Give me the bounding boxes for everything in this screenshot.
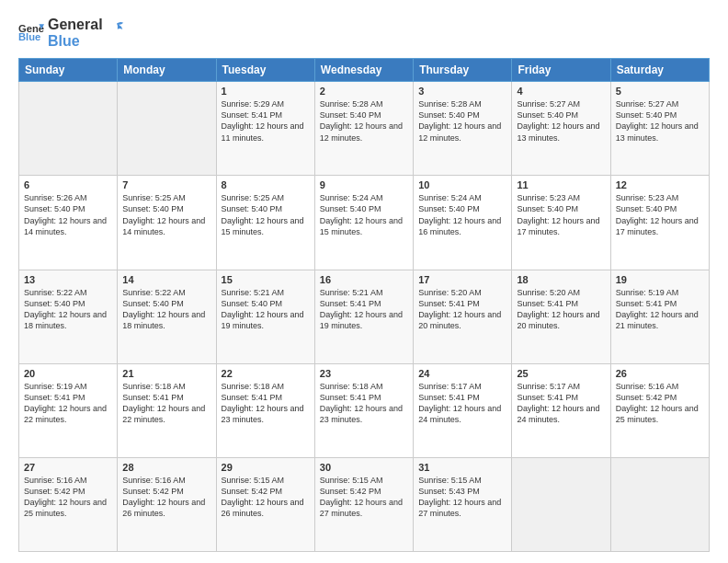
day-number: 1 [222, 86, 310, 97]
day-info: Sunrise: 5:20 AM Sunset: 5:41 PM Dayligh… [418, 287, 506, 332]
page: General Blue General Blue SundayMondayTu… [0, 0, 728, 563]
calendar-week-row: 1Sunrise: 5:29 AM Sunset: 5:41 PM Daylig… [19, 82, 710, 176]
day-number: 4 [517, 86, 605, 97]
calendar-cell: 29Sunrise: 5:15 AM Sunset: 5:42 PM Dayli… [216, 457, 314, 551]
calendar-week-row: 6Sunrise: 5:26 AM Sunset: 5:40 PM Daylig… [19, 176, 710, 270]
logo-icon: General Blue [18, 20, 44, 46]
day-info: Sunrise: 5:18 AM Sunset: 5:41 PM Dayligh… [222, 381, 310, 426]
calendar-week-row: 27Sunrise: 5:16 AM Sunset: 5:42 PM Dayli… [19, 457, 710, 551]
calendar-cell [512, 457, 610, 551]
day-number: 16 [320, 274, 408, 285]
day-info: Sunrise: 5:20 AM Sunset: 5:41 PM Dayligh… [517, 287, 605, 332]
day-number: 31 [418, 462, 506, 473]
day-number: 17 [418, 274, 506, 285]
day-info: Sunrise: 5:23 AM Sunset: 5:40 PM Dayligh… [616, 192, 704, 237]
day-info: Sunrise: 5:27 AM Sunset: 5:40 PM Dayligh… [616, 98, 704, 144]
day-number: 21 [122, 368, 210, 379]
day-number: 11 [517, 179, 605, 190]
day-info: Sunrise: 5:19 AM Sunset: 5:41 PM Dayligh… [24, 381, 112, 426]
day-info: Sunrise: 5:21 AM Sunset: 5:41 PM Dayligh… [320, 287, 408, 332]
calendar-week-row: 13Sunrise: 5:22 AM Sunset: 5:40 PM Dayli… [19, 270, 710, 363]
day-number: 8 [222, 179, 310, 190]
calendar-cell: 24Sunrise: 5:17 AM Sunset: 5:41 PM Dayli… [414, 363, 512, 457]
day-number: 14 [122, 274, 210, 285]
calendar-cell: 6Sunrise: 5:26 AM Sunset: 5:40 PM Daylig… [19, 176, 118, 270]
calendar-header-row: SundayMondayTuesdayWednesdayThursdayFrid… [19, 59, 710, 82]
calendar-table: SundayMondayTuesdayWednesdayThursdayFrid… [18, 58, 710, 552]
calendar-cell: 26Sunrise: 5:16 AM Sunset: 5:42 PM Dayli… [610, 363, 709, 457]
weekday-header: Tuesday [216, 59, 314, 82]
day-number: 30 [320, 462, 408, 473]
calendar-cell: 31Sunrise: 5:15 AM Sunset: 5:43 PM Dayli… [414, 457, 512, 551]
day-info: Sunrise: 5:19 AM Sunset: 5:41 PM Dayligh… [616, 287, 704, 332]
weekday-header: Monday [118, 59, 216, 82]
calendar-cell: 16Sunrise: 5:21 AM Sunset: 5:41 PM Dayli… [314, 270, 413, 363]
header: General Blue General Blue [18, 17, 710, 49]
calendar-cell [19, 82, 118, 176]
calendar-cell: 30Sunrise: 5:15 AM Sunset: 5:42 PM Dayli… [314, 457, 413, 551]
day-info: Sunrise: 5:24 AM Sunset: 5:40 PM Dayligh… [418, 192, 506, 237]
calendar-cell: 20Sunrise: 5:19 AM Sunset: 5:41 PM Dayli… [19, 363, 118, 457]
weekday-header: Saturday [610, 59, 709, 82]
logo-general: General [48, 17, 103, 33]
day-info: Sunrise: 5:27 AM Sunset: 5:40 PM Dayligh… [517, 98, 605, 144]
calendar-cell: 27Sunrise: 5:16 AM Sunset: 5:42 PM Dayli… [19, 457, 118, 551]
calendar-cell: 15Sunrise: 5:21 AM Sunset: 5:40 PM Dayli… [216, 270, 314, 363]
day-info: Sunrise: 5:25 AM Sunset: 5:40 PM Dayligh… [222, 192, 310, 237]
day-info: Sunrise: 5:16 AM Sunset: 5:42 PM Dayligh… [616, 381, 704, 426]
calendar-cell: 17Sunrise: 5:20 AM Sunset: 5:41 PM Dayli… [414, 270, 512, 363]
day-info: Sunrise: 5:24 AM Sunset: 5:40 PM Dayligh… [320, 192, 408, 237]
day-number: 10 [418, 179, 506, 190]
day-info: Sunrise: 5:28 AM Sunset: 5:40 PM Dayligh… [320, 98, 408, 144]
day-info: Sunrise: 5:18 AM Sunset: 5:41 PM Dayligh… [320, 381, 408, 426]
calendar-cell: 13Sunrise: 5:22 AM Sunset: 5:40 PM Dayli… [19, 270, 118, 363]
svg-text:Blue: Blue [18, 31, 40, 42]
calendar-week-row: 20Sunrise: 5:19 AM Sunset: 5:41 PM Dayli… [19, 363, 710, 457]
day-info: Sunrise: 5:28 AM Sunset: 5:40 PM Dayligh… [418, 98, 506, 144]
calendar-cell: 18Sunrise: 5:20 AM Sunset: 5:41 PM Dayli… [512, 270, 610, 363]
weekday-header: Wednesday [314, 59, 413, 82]
day-info: Sunrise: 5:26 AM Sunset: 5:40 PM Dayligh… [24, 192, 112, 237]
logo-blue: Blue [48, 33, 103, 50]
calendar-cell: 14Sunrise: 5:22 AM Sunset: 5:40 PM Dayli… [118, 270, 216, 363]
calendar-cell: 10Sunrise: 5:24 AM Sunset: 5:40 PM Dayli… [414, 176, 512, 270]
day-number: 24 [418, 368, 506, 379]
day-info: Sunrise: 5:17 AM Sunset: 5:41 PM Dayligh… [517, 381, 605, 426]
day-info: Sunrise: 5:15 AM Sunset: 5:42 PM Dayligh… [320, 475, 408, 520]
calendar-cell: 7Sunrise: 5:25 AM Sunset: 5:40 PM Daylig… [118, 176, 216, 270]
weekday-header: Thursday [414, 59, 512, 82]
logo-bird-icon [108, 20, 125, 37]
day-number: 3 [418, 86, 506, 97]
day-number: 23 [320, 368, 408, 379]
calendar-cell: 12Sunrise: 5:23 AM Sunset: 5:40 PM Dayli… [610, 176, 709, 270]
calendar-cell: 3Sunrise: 5:28 AM Sunset: 5:40 PM Daylig… [414, 82, 512, 176]
day-number: 25 [517, 368, 605, 379]
calendar-cell: 23Sunrise: 5:18 AM Sunset: 5:41 PM Dayli… [314, 363, 413, 457]
day-number: 29 [222, 462, 310, 473]
day-number: 26 [616, 368, 704, 379]
calendar-cell: 4Sunrise: 5:27 AM Sunset: 5:40 PM Daylig… [512, 82, 610, 176]
day-number: 22 [222, 368, 310, 379]
day-info: Sunrise: 5:17 AM Sunset: 5:41 PM Dayligh… [418, 381, 506, 426]
day-info: Sunrise: 5:22 AM Sunset: 5:40 PM Dayligh… [122, 287, 210, 332]
day-info: Sunrise: 5:15 AM Sunset: 5:42 PM Dayligh… [222, 475, 310, 520]
day-info: Sunrise: 5:22 AM Sunset: 5:40 PM Dayligh… [24, 287, 112, 332]
day-number: 13 [24, 274, 112, 285]
day-info: Sunrise: 5:15 AM Sunset: 5:43 PM Dayligh… [418, 475, 506, 520]
day-number: 19 [616, 274, 704, 285]
weekday-header: Sunday [19, 59, 118, 82]
day-number: 15 [222, 274, 310, 285]
calendar-cell: 21Sunrise: 5:18 AM Sunset: 5:41 PM Dayli… [118, 363, 216, 457]
day-number: 5 [616, 86, 704, 97]
calendar-cell: 8Sunrise: 5:25 AM Sunset: 5:40 PM Daylig… [216, 176, 314, 270]
day-info: Sunrise: 5:29 AM Sunset: 5:41 PM Dayligh… [222, 98, 310, 144]
day-number: 28 [122, 462, 210, 473]
calendar-cell: 28Sunrise: 5:16 AM Sunset: 5:42 PM Dayli… [118, 457, 216, 551]
day-info: Sunrise: 5:16 AM Sunset: 5:42 PM Dayligh… [24, 475, 112, 520]
calendar-cell: 25Sunrise: 5:17 AM Sunset: 5:41 PM Dayli… [512, 363, 610, 457]
day-info: Sunrise: 5:23 AM Sunset: 5:40 PM Dayligh… [517, 192, 605, 237]
calendar-cell: 5Sunrise: 5:27 AM Sunset: 5:40 PM Daylig… [610, 82, 709, 176]
logo: General Blue General Blue [18, 17, 125, 49]
day-info: Sunrise: 5:18 AM Sunset: 5:41 PM Dayligh… [122, 381, 210, 426]
calendar-cell: 22Sunrise: 5:18 AM Sunset: 5:41 PM Dayli… [216, 363, 314, 457]
